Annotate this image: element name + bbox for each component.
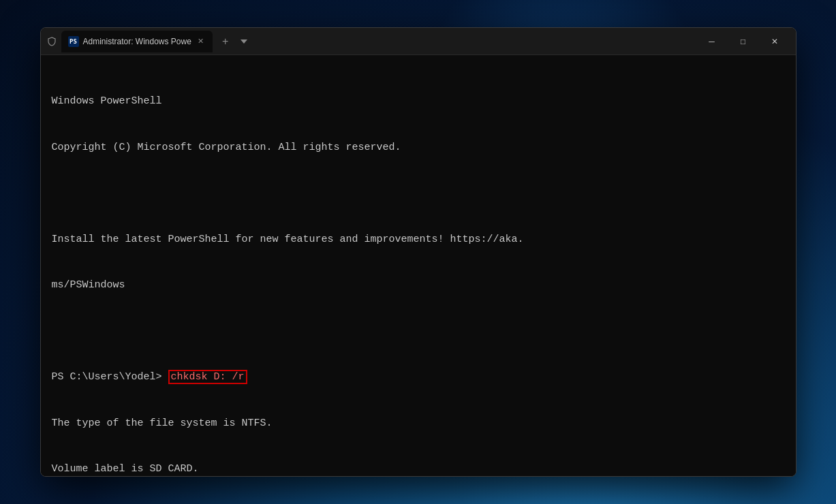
maximize-button[interactable]: □ [728, 31, 759, 52]
active-tab[interactable]: PS Administrator: Windows Powe ✕ [61, 31, 213, 52]
minimize-button[interactable]: ─ [696, 31, 728, 52]
title-bar-left: PS Administrator: Windows Powe ✕ + [46, 31, 696, 52]
terminal-output[interactable]: Windows PowerShell Copyright (C) Microso… [41, 55, 796, 476]
output-line-1: Windows PowerShell [52, 94, 785, 110]
tab-dropdown-button[interactable] [238, 36, 250, 46]
output-line-5: ms/PSWindows [52, 278, 785, 294]
output-line-2: Copyright (C) Microsoft Corporation. All… [52, 140, 785, 156]
output-line-4: Install the latest PowerShell for new fe… [52, 232, 785, 248]
close-button[interactable]: ✕ [759, 31, 790, 52]
window-controls: ─ □ ✕ [696, 31, 790, 52]
output-line-8: The type of the file system is NTFS. [52, 416, 785, 432]
output-line-6 [52, 324, 785, 340]
add-tab-button[interactable]: + [217, 34, 234, 49]
title-bar: PS Administrator: Windows Powe ✕ + ─ □ ✕ [41, 28, 796, 55]
shield-icon [46, 36, 57, 47]
output-line-3 [52, 186, 785, 202]
tab-title: Administrator: Windows Powe [83, 37, 191, 46]
tab-close-button[interactable]: ✕ [196, 36, 206, 46]
powershell-icon: PS [68, 36, 79, 47]
output-line-9: Volume label is SD CARD. [52, 462, 785, 476]
prompt-text: PS C:\Users\Yodel> [52, 371, 168, 383]
output-line-7: PS C:\Users\Yodel> chkdsk D: /r [52, 370, 785, 385]
terminal-window: PS Administrator: Windows Powe ✕ + ─ □ ✕… [40, 27, 796, 477]
highlighted-command: chkdsk D: /r [168, 370, 247, 384]
